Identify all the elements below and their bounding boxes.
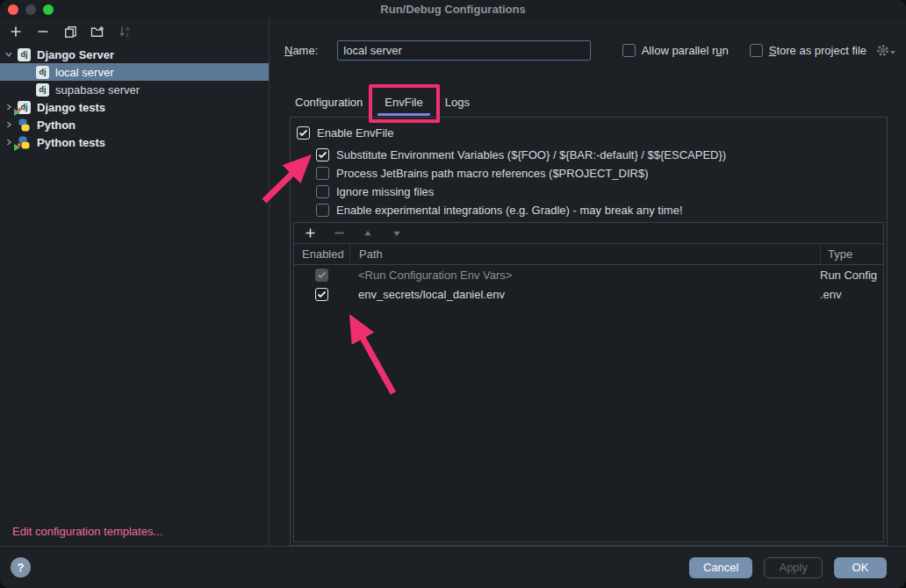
allow-parallel-run-option[interactable]: Allow parallel run bbox=[622, 44, 729, 57]
tree-item-local-server[interactable]: dj local server bbox=[0, 63, 269, 81]
table-header: Enabled Path Type bbox=[294, 244, 883, 265]
add-icon[interactable] bbox=[8, 24, 24, 39]
django-icon: dj bbox=[18, 48, 31, 61]
row-path: <Run Configuration Env Vars> bbox=[349, 269, 820, 282]
help-button[interactable]: ? bbox=[11, 557, 31, 577]
table-row[interactable]: env_secrets/local_daniel.env .env bbox=[294, 284, 883, 304]
chevron-right-icon[interactable] bbox=[4, 120, 13, 129]
column-header-enabled[interactable]: Enabled bbox=[294, 244, 349, 264]
cancel-button[interactable]: Cancel bbox=[689, 557, 752, 578]
python-icon bbox=[18, 118, 31, 132]
django-icon: dj bbox=[36, 83, 49, 97]
substitute-env-vars-checkbox[interactable] bbox=[316, 148, 329, 161]
tab-configuration[interactable]: Configuration bbox=[292, 89, 365, 116]
sort-az-icon: az bbox=[117, 24, 133, 39]
config-tabs: Configuration EnvFile Logs bbox=[292, 89, 472, 116]
tree-item-label: Python tests bbox=[35, 136, 105, 149]
tree-item-label: Python bbox=[35, 118, 76, 132]
new-folder-icon[interactable] bbox=[90, 24, 105, 39]
ok-button[interactable]: OK bbox=[834, 557, 887, 578]
svg-text:z: z bbox=[126, 32, 129, 38]
enable-envfile-option[interactable]: Enable EnvFile bbox=[297, 123, 887, 142]
table-row[interactable]: <Run Configuration Env Vars> Run Config bbox=[294, 265, 883, 284]
django-icon: dj bbox=[36, 66, 49, 79]
process-path-macro-label: Process JetBrains path macro references … bbox=[336, 167, 648, 180]
settings-gear-icon[interactable] bbox=[876, 44, 895, 57]
remove-icon[interactable] bbox=[35, 24, 51, 39]
column-header-path[interactable]: Path bbox=[349, 244, 820, 264]
process-path-macro-checkbox[interactable] bbox=[316, 167, 329, 180]
chevron-right-icon[interactable] bbox=[4, 103, 13, 111]
tree-item-python-tests[interactable]: Python tests bbox=[0, 133, 269, 151]
row-path: env_secrets/local_daniel.env bbox=[349, 288, 820, 301]
enable-envfile-label: Enable EnvFile bbox=[317, 126, 393, 140]
row-type: Run Config bbox=[820, 269, 883, 282]
copy-icon[interactable] bbox=[62, 24, 78, 39]
allow-parallel-run-checkbox[interactable] bbox=[622, 44, 636, 57]
chevron-right-icon[interactable] bbox=[4, 138, 13, 147]
tree-item-label: Django Server bbox=[35, 48, 114, 61]
ignore-missing-files-label: Ignore missing files bbox=[336, 185, 434, 198]
chevron-down-icon[interactable] bbox=[4, 50, 13, 59]
django-tests-icon: dj bbox=[18, 101, 31, 114]
tab-logs[interactable]: Logs bbox=[442, 89, 472, 116]
substitute-env-vars-label: Substitute Environment Variables (${FOO}… bbox=[336, 148, 726, 161]
name-row: Name: Allow parallel run Store as projec… bbox=[284, 39, 895, 61]
edit-configuration-templates-link[interactable]: Edit configuration templates... bbox=[0, 525, 269, 546]
process-path-macro-option[interactable]: Process JetBrains path macro references … bbox=[316, 164, 887, 183]
tree-item-label: local server bbox=[54, 66, 113, 79]
allow-parallel-run-label: Allow parallel run bbox=[642, 44, 729, 57]
envfile-panel: Enable EnvFile Substitute Environment Va… bbox=[290, 117, 888, 546]
add-icon[interactable] bbox=[302, 226, 318, 241]
apply-button[interactable]: Apply bbox=[764, 557, 823, 578]
experimental-integrations-option[interactable]: Enable experimental integrations (e.g. G… bbox=[316, 201, 887, 219]
tree-item-django-tests[interactable]: dj Django tests bbox=[0, 98, 269, 116]
configurations-tree: dj Django Server dj local server dj supa… bbox=[0, 46, 269, 151]
row-type: .env bbox=[820, 288, 883, 301]
store-as-project-file-option[interactable]: Store as project file bbox=[750, 44, 895, 57]
store-as-project-file-checkbox[interactable] bbox=[750, 44, 763, 57]
row-enabled-checkbox[interactable] bbox=[315, 288, 328, 301]
name-label: Name: bbox=[284, 44, 318, 57]
python-tests-icon bbox=[18, 136, 31, 149]
svg-text:a: a bbox=[126, 25, 129, 32]
ignore-missing-files-option[interactable]: Ignore missing files bbox=[316, 183, 887, 201]
experimental-integrations-label: Enable experimental integrations (e.g. G… bbox=[336, 204, 683, 217]
titlebar: Run/Debug Configurations bbox=[0, 0, 906, 19]
tree-item-label: Django tests bbox=[35, 101, 105, 114]
tree-item-django-server[interactable]: dj Django Server bbox=[0, 46, 269, 63]
move-up-icon bbox=[360, 226, 376, 241]
ignore-missing-files-checkbox[interactable] bbox=[316, 185, 329, 198]
move-down-icon bbox=[389, 226, 405, 241]
name-input[interactable] bbox=[337, 40, 591, 61]
configurations-sidebar: az dj Django Server dj local server dj s… bbox=[0, 19, 270, 546]
store-as-project-file-label: Store as project file bbox=[769, 44, 866, 57]
tree-item-supabase-server[interactable]: dj supabase server bbox=[0, 81, 269, 98]
window-title: Run/Debug Configurations bbox=[0, 3, 906, 16]
table-toolbar bbox=[294, 223, 883, 244]
enable-envfile-checkbox[interactable] bbox=[297, 126, 310, 140]
configuration-editor: Name: Allow parallel run Store as projec… bbox=[270, 19, 906, 546]
remove-icon bbox=[331, 226, 347, 241]
envfile-options: Substitute Environment Variables (${FOO}… bbox=[291, 146, 887, 219]
column-header-type[interactable]: Type bbox=[820, 244, 883, 264]
dialog-footer: ? Cancel Apply OK bbox=[0, 546, 906, 588]
experimental-integrations-checkbox[interactable] bbox=[316, 204, 329, 217]
tree-item-python[interactable]: Python bbox=[0, 116, 269, 133]
run-debug-configurations-dialog: Run/Debug Configurations az dj bbox=[0, 0, 906, 588]
tab-envfile[interactable]: EnvFile bbox=[382, 89, 425, 116]
substitute-env-vars-option[interactable]: Substitute Environment Variables (${FOO}… bbox=[316, 146, 887, 164]
tree-item-label: supabase server bbox=[54, 83, 140, 97]
env-files-table: Enabled Path Type <Run Configuration Env… bbox=[293, 222, 884, 542]
row-enabled-checkbox bbox=[315, 269, 328, 282]
sidebar-toolbar: az bbox=[0, 19, 269, 44]
